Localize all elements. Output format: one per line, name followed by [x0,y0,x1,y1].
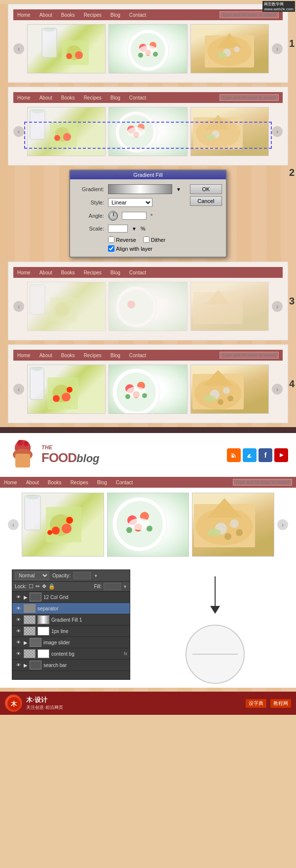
slider-next-1[interactable]: › [272,43,283,54]
nav-about-3[interactable]: About [39,270,52,275]
dither-checkbox[interactable] [143,236,149,243]
nav-about-blog[interactable]: About [26,480,39,485]
svg-point-93 [126,527,132,533]
eye-icon-grid[interactable]: 👁 [15,594,22,601]
nav-home-4[interactable]: Home [17,353,31,358]
nav-recipes-1[interactable]: Recipes [84,12,102,18]
svg-point-85 [66,517,73,524]
nav-blog-2[interactable]: Blog [111,95,120,100]
nav-blog-3[interactable]: Blog [111,270,120,275]
nav-contact-3[interactable]: Contact [129,270,146,275]
fill-input[interactable]: 100% [104,583,121,590]
blog-slider-wrapper: ‹ [0,488,296,562]
padlock-icon[interactable]: 🔒 [48,583,55,590]
expand-icon-grid[interactable]: ▶ [24,595,28,600]
layer-row-content[interactable]: 👁 content bg fx [12,648,130,660]
nav-blog-blog[interactable]: Blog [97,480,107,485]
eye-icon-slider[interactable]: 👁 [15,639,22,646]
tutorial-link[interactable]: 教程网 [270,699,291,708]
nav-contact-1[interactable]: Contact [129,12,146,18]
reverse-checkbox[interactable] [108,236,114,243]
nav-about-4[interactable]: About [39,353,52,358]
svg-point-41 [55,302,70,317]
opacity-input[interactable]: 100% [74,572,91,579]
slider-next-2[interactable]: › [272,126,283,137]
style-select[interactable]: Linear [108,198,152,207]
align-label[interactable]: Align with layer [108,245,152,252]
move-icon[interactable]: ✥ [42,583,46,590]
youtube-icon[interactable] [274,448,288,462]
cancel-button[interactable]: Cancel [190,196,222,206]
nav-home-2[interactable]: Home [17,95,31,100]
slider-next-4[interactable]: › [272,384,283,395]
slider-next-blog[interactable]: › [277,519,288,530]
nav-home-blog[interactable]: Home [4,480,17,485]
rss-icon[interactable] [227,448,241,462]
nav-recipes-4[interactable]: Recipes [84,353,102,358]
nav-books-blog[interactable]: Books [48,480,62,485]
layer-row-separator[interactable]: 👁 separator [12,603,130,614]
fx-label[interactable]: fx [124,651,127,656]
social-icons: f [227,448,288,462]
edit-icon[interactable]: ✏ [36,583,40,590]
dict-link[interactable]: 设字典 [246,699,266,708]
scale-label: Scale: [77,226,104,232]
nav-contact-blog[interactable]: Contact [116,480,133,485]
eye-icon-separator[interactable]: 👁 [15,605,22,612]
layer-row-grid[interactable]: 👁 ▶ 12 Col Grid [12,592,130,603]
dither-label[interactable]: Dither [143,236,165,243]
nav-recipes-3[interactable]: Recipes [84,270,102,275]
layer-row-gradient[interactable]: 👁 Gradient Fill 1 [12,614,130,626]
eye-icon-gradient[interactable]: 👁 [15,616,22,623]
nav-contact-4[interactable]: Contact [129,353,146,358]
nav-books-1[interactable]: Books [61,12,75,18]
layer-row-searchbar[interactable]: 👁 ▶ search bar [12,660,130,671]
nav-search-1[interactable] [220,11,279,18]
nav-recipes-2[interactable]: Recipes [84,95,102,100]
slider-prev-blog[interactable]: ‹ [8,519,19,530]
nav-search-4[interactable] [220,352,279,359]
eye-icon-1px[interactable]: 👁 [15,628,22,634]
layer-row-slider[interactable]: 👁 ▶ image slider [12,637,130,648]
eye-icon-searchbar[interactable]: 👁 [15,662,22,668]
nav-books-4[interactable]: Books [61,353,75,358]
gradient-dropdown-arrow[interactable]: ▼ [176,187,181,192]
slider-prev-3[interactable]: ‹ [13,301,24,312]
nav-blog-1[interactable]: Blog [111,12,120,18]
slider-prev-2[interactable]: ‹ [13,126,24,137]
facebook-icon[interactable]: f [259,448,272,462]
nav-about-1[interactable]: About [39,12,52,18]
gradient-preview[interactable] [108,184,172,194]
nav-search-blog[interactable] [233,479,292,486]
blend-mode-select[interactable]: Normal [15,571,49,580]
twitter-icon[interactable] [243,448,257,462]
expand-icon-slider[interactable]: ▶ [24,640,28,645]
lock-label: Lock: [15,584,27,589]
watermark-site-name: 木·设计 [26,696,63,704]
ok-button[interactable]: OK [190,184,222,194]
nav-contact-2[interactable]: Contact [129,95,146,100]
slider-next-3[interactable]: › [272,301,283,312]
scale-input[interactable]: 50 [108,225,128,233]
fill-arrow[interactable]: ▼ [123,584,127,589]
lock-icon[interactable]: ☐ [29,583,34,590]
opacity-arrow[interactable]: ▼ [94,573,98,578]
eye-icon-content[interactable]: 👁 [15,650,22,657]
nav-recipes-blog[interactable]: Recipes [71,480,88,485]
slider-prev-4[interactable]: ‹ [13,384,24,395]
nav-search-2[interactable] [220,94,279,101]
reverse-label[interactable]: Reverse [108,236,136,243]
nav-home-3[interactable]: Home [17,270,31,275]
scale-dropdown-arrow[interactable]: ▼ [132,226,137,232]
nav-blog-4[interactable]: Blog [111,353,120,358]
nav-about-2[interactable]: About [39,95,52,100]
nav-books-3[interactable]: Books [61,270,75,275]
slider-prev-1[interactable]: ‹ [13,43,24,54]
expand-icon-searchbar[interactable]: ▶ [24,663,28,668]
angle-dial[interactable] [108,211,118,221]
layer-row-1px[interactable]: 👁 1px line [12,626,130,637]
align-checkbox[interactable] [108,245,114,252]
nav-home-1[interactable]: Home [17,12,31,18]
angle-input[interactable]: 90 [122,212,147,220]
nav-books-2[interactable]: Books [61,95,75,100]
